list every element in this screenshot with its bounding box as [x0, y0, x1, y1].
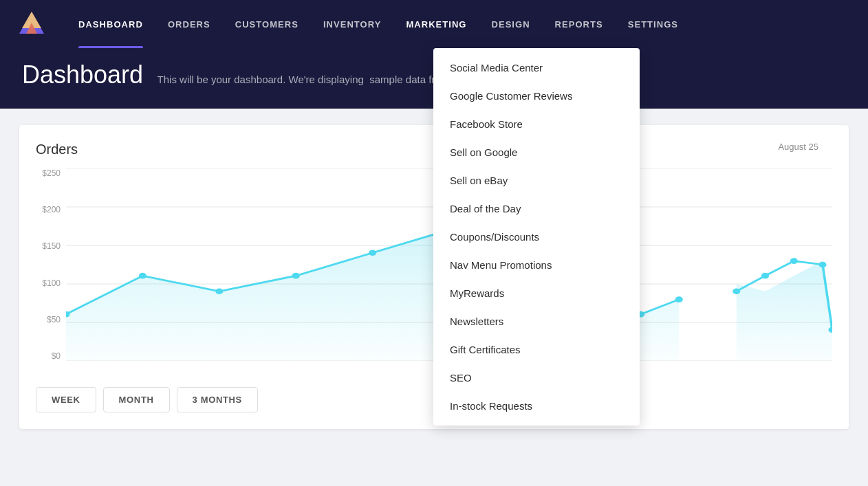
svg-point-14: [369, 250, 376, 256]
dropdown-item-facebook-store[interactable]: Facebook Store: [433, 110, 640, 138]
svg-point-22: [761, 273, 769, 279]
dropdown-item-coupons-discounts[interactable]: Coupons/Discounts: [433, 223, 640, 251]
page-title: Dashboard: [22, 60, 143, 89]
page-subtitle: This will be your dashboard. We're displ…: [158, 74, 364, 85]
dropdown-item-newsletters[interactable]: Newsletters: [433, 307, 640, 335]
nav-item-inventory[interactable]: INVENTORY: [311, 0, 394, 48]
nav-item-reports[interactable]: REPORTS: [543, 0, 616, 48]
dropdown-item-myrewards[interactable]: MyRewards: [433, 279, 640, 307]
nav-item-dashboard[interactable]: DASHBOARD: [66, 0, 155, 48]
svg-point-23: [790, 258, 798, 264]
dropdown-item-sell-on-ebay[interactable]: Sell on eBay: [433, 166, 640, 195]
svg-point-21: [733, 288, 740, 294]
dropdown-item-google-customer-reviews[interactable]: Google Customer Reviews: [433, 82, 640, 110]
dropdown-item-gift-certificates[interactable]: Gift Certificates: [433, 335, 640, 364]
svg-point-12: [215, 288, 223, 294]
svg-point-13: [292, 273, 300, 279]
date-label: August 25: [778, 142, 818, 152]
y-label-150: $150: [36, 241, 61, 251]
dropdown-item-deal-of-the-day[interactable]: Deal of the Day: [433, 195, 640, 223]
nav-item-design[interactable]: DESIGN: [479, 0, 543, 48]
svg-marker-20: [737, 261, 832, 361]
dropdown-item-nav-menu-promotions[interactable]: Nav Menu Promotions: [433, 251, 640, 279]
nav-item-customers[interactable]: CUSTOMERS: [223, 0, 311, 48]
week-button[interactable]: WEEK: [36, 387, 96, 412]
svg-point-24: [819, 262, 827, 268]
svg-point-19: [675, 296, 683, 302]
nav-item-orders[interactable]: ORDERS: [155, 0, 223, 48]
dropdown-item-in-stock-requests[interactable]: In-stock Requests: [433, 392, 640, 420]
svg-point-11: [139, 273, 147, 279]
y-label-100: $100: [36, 278, 61, 288]
dropdown-item-sell-on-google[interactable]: Sell on Google: [433, 138, 640, 166]
y-label-50: $50: [36, 315, 61, 324]
nav-item-marketing[interactable]: MARKETING: [393, 0, 479, 48]
navbar: DASHBOARD ORDERS CUSTOMERS INVENTORY MAR…: [0, 0, 868, 48]
nav-links: DASHBOARD ORDERS CUSTOMERS INVENTORY MAR…: [66, 0, 691, 48]
chart-y-axis: $250 $200 $150 $100 $50 $0: [36, 168, 61, 375]
nav-item-settings[interactable]: SETTINGS: [616, 0, 691, 48]
marketing-dropdown: Social Media Center Google Customer Revi…: [433, 48, 640, 426]
3months-button[interactable]: 3 MONTHS: [177, 387, 258, 412]
dropdown-item-seo[interactable]: SEO: [433, 364, 640, 392]
month-button[interactable]: MONTH: [103, 387, 170, 412]
logo[interactable]: [17, 9, 47, 39]
y-label-0: $0: [36, 351, 61, 361]
y-label-250: $250: [36, 168, 61, 178]
dropdown-item-social-media-center[interactable]: Social Media Center: [433, 54, 640, 82]
y-label-200: $200: [36, 205, 61, 214]
